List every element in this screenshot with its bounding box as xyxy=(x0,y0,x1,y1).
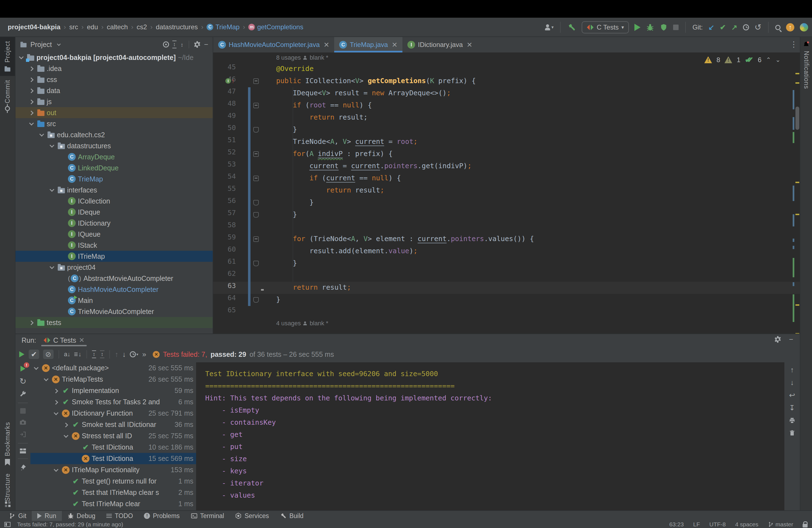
tree-item[interactable]: data xyxy=(15,85,213,96)
test-tree-item[interactable]: ✕Test IDictiona15 sec 569 ms xyxy=(30,453,196,464)
soft-wrap-icon[interactable]: ↩ xyxy=(789,392,795,399)
tree-item[interactable]: interfaces xyxy=(15,185,213,195)
sort-alphabetically-icon[interactable]: a↓ xyxy=(64,351,70,357)
ide-update-icon[interactable]: ↑ xyxy=(786,23,794,31)
pause-output-icon[interactable] xyxy=(20,408,26,414)
thread-dump-camera-icon[interactable] xyxy=(19,419,27,426)
breadcrumb-item[interactable]: cs2 xyxy=(137,23,147,31)
rerun-failed-tests-button[interactable]: ! xyxy=(20,365,26,372)
run-button[interactable] xyxy=(634,24,640,31)
tree-item[interactable]: tests xyxy=(15,317,213,328)
next-problem-icon[interactable]: ⌄ xyxy=(775,57,781,63)
code-line[interactable]: 58 xyxy=(213,221,800,233)
layout-settings-icon[interactable] xyxy=(20,449,26,453)
chevron-right-icon[interactable] xyxy=(28,98,35,105)
inspections-widget[interactable]: 8 1 ✔✔6 ⌃ ⌄ xyxy=(704,55,781,64)
fold-open-icon[interactable] xyxy=(253,103,259,108)
toolwindow-button-services[interactable]: Services xyxy=(230,511,274,521)
toolwindow-button-git[interactable]: Git xyxy=(3,511,32,521)
chevron-down-icon[interactable] xyxy=(38,131,45,138)
close-tab-icon[interactable]: ✕ xyxy=(79,336,85,344)
run-configuration-select[interactable]: C Tests ▾ xyxy=(582,21,629,33)
toolwindow-button-terminal[interactable]: Terminal xyxy=(185,511,230,521)
stripe-project-button[interactable]: Project xyxy=(0,37,15,76)
toolwindow-button-problems[interactable]: !Problems xyxy=(139,511,185,521)
prev-problem-icon[interactable]: ⌃ xyxy=(766,57,771,63)
tree-item[interactable]: src xyxy=(15,118,213,129)
code-line[interactable]: 49 return result; xyxy=(213,112,800,124)
editor-scrollbar[interactable] xyxy=(795,68,800,334)
clear-output-icon[interactable] xyxy=(789,430,795,436)
chevron-right-icon[interactable] xyxy=(28,319,35,326)
chevron-right-icon[interactable] xyxy=(28,87,35,94)
test-tree-item[interactable]: ✔Test ITrieMap clear1 ms xyxy=(30,498,196,510)
code-line[interactable]: 52 for(A indivP : prefix) { xyxy=(213,148,800,160)
breadcrumb-item[interactable]: caltech xyxy=(107,23,128,31)
code-line[interactable]: 60 result.add(element.value); xyxy=(213,245,800,258)
breadcrumb-item[interactable]: project04-bakpia xyxy=(8,23,60,31)
code-line[interactable]: 64} xyxy=(213,294,800,306)
toolwindow-button-run[interactable]: Run xyxy=(32,511,62,521)
scroll-up-icon[interactable]: ↑ xyxy=(791,366,794,373)
code-line[interactable]: 63 return result; xyxy=(213,282,800,294)
editor-content[interactable]: 8 usagesblank * 45@Override46I↑public IC… xyxy=(213,53,800,334)
tree-item[interactable]: datastructures xyxy=(15,140,213,151)
code-line[interactable]: 59 for (TrieNode<A, V> element : current… xyxy=(213,233,800,245)
rollback-icon[interactable]: ↺ xyxy=(755,23,762,31)
line-separator[interactable]: LF xyxy=(693,521,700,528)
code-line[interactable]: 65 xyxy=(213,306,800,318)
code-line[interactable]: 53 current = current.pointers.get(indivP… xyxy=(213,160,800,172)
git-update-icon[interactable]: ↙ xyxy=(708,24,714,31)
breadcrumb-item[interactable]: edu xyxy=(87,23,98,31)
toolwindow-button-todo[interactable]: TODO xyxy=(101,511,139,521)
run-tab[interactable]: C Tests ✕ xyxy=(41,334,87,346)
project-view-dropdown-icon[interactable] xyxy=(56,42,62,47)
tree-item[interactable]: (C)AbstractMovieAutoCompleter xyxy=(15,273,213,284)
breadcrumb-item[interactable]: datastructures xyxy=(156,23,198,31)
tree-item[interactable]: edu.caltech.cs2 xyxy=(15,129,213,140)
git-push-icon[interactable]: ↗ xyxy=(731,24,737,31)
code-line[interactable]: 48 if (root == null) { xyxy=(213,99,800,112)
user-profile-icon[interactable]: ▾ xyxy=(544,24,553,30)
code-line[interactable]: 46I↑public ICollection<V> getCompletions… xyxy=(213,75,800,87)
show-ignored-toggle[interactable]: ⊘ xyxy=(43,350,54,359)
stripe-notifications-button[interactable]: Notifications xyxy=(800,37,812,93)
tree-item[interactable]: IIStack xyxy=(15,240,213,251)
tree-item[interactable]: css xyxy=(15,74,213,85)
toggle-auto-test-icon[interactable]: ↻ xyxy=(19,377,26,385)
test-tree-item[interactable]: ✕TrieMapTests26 sec 555 ms xyxy=(30,373,196,385)
code-line[interactable]: 57 } xyxy=(213,209,800,221)
code-line[interactable]: 61 } xyxy=(213,258,800,269)
status-message[interactable]: Tests failed: 7, passed: 29 (a minute ag… xyxy=(17,521,123,528)
fold-end-icon[interactable] xyxy=(253,297,259,303)
next-failed-test-icon[interactable]: ↓ xyxy=(122,351,126,358)
git-commit-check-icon[interactable]: ✔ xyxy=(720,24,726,31)
override-marker-icon[interactable]: I↑ xyxy=(226,77,234,85)
test-tree-item[interactable]: ✔Smoke Tests for Tasks 2 and6 ms xyxy=(30,396,196,408)
code-line[interactable]: 55 return result; xyxy=(213,185,800,196)
fold-end-icon[interactable] xyxy=(253,261,259,266)
chevron-down-icon[interactable] xyxy=(18,54,25,61)
chevron-right-icon[interactable] xyxy=(62,421,70,428)
tree-item[interactable]: CTrieMap xyxy=(15,173,213,185)
file-encoding[interactable]: UTF-8 xyxy=(709,521,726,528)
sort-by-duration-icon[interactable]: ↓ xyxy=(74,351,82,357)
collapse-all-icon[interactable]: ↕ xyxy=(180,41,184,48)
fold-open-icon[interactable] xyxy=(253,176,259,181)
run-settings-gear-icon[interactable] xyxy=(774,336,781,343)
editor-tab[interactable]: CTrieMap.java✕ xyxy=(334,37,402,53)
breadcrumb-item[interactable]: mgetCompletions xyxy=(248,23,303,31)
chevron-down-icon[interactable] xyxy=(62,432,70,440)
pin-tab-icon[interactable] xyxy=(19,464,27,471)
test-tree-item[interactable]: ✔Test get() returns null for1 ms xyxy=(30,475,196,487)
tree-item[interactable]: IITrieMap xyxy=(15,251,213,262)
tree-item[interactable]: IIDeque xyxy=(15,207,213,218)
coverage-button[interactable] xyxy=(660,24,668,31)
chevron-right-icon[interactable] xyxy=(53,387,60,394)
chevron-right-icon[interactable] xyxy=(28,65,35,72)
collapse-all-icon[interactable]: ↕ xyxy=(100,350,104,358)
fold-end-icon[interactable] xyxy=(253,127,259,133)
editor-tab[interactable]: IIDictionary.java✕ xyxy=(402,37,477,53)
code-line[interactable]: 62 xyxy=(213,269,800,282)
scroll-down-icon[interactable]: ↓ xyxy=(791,379,794,386)
